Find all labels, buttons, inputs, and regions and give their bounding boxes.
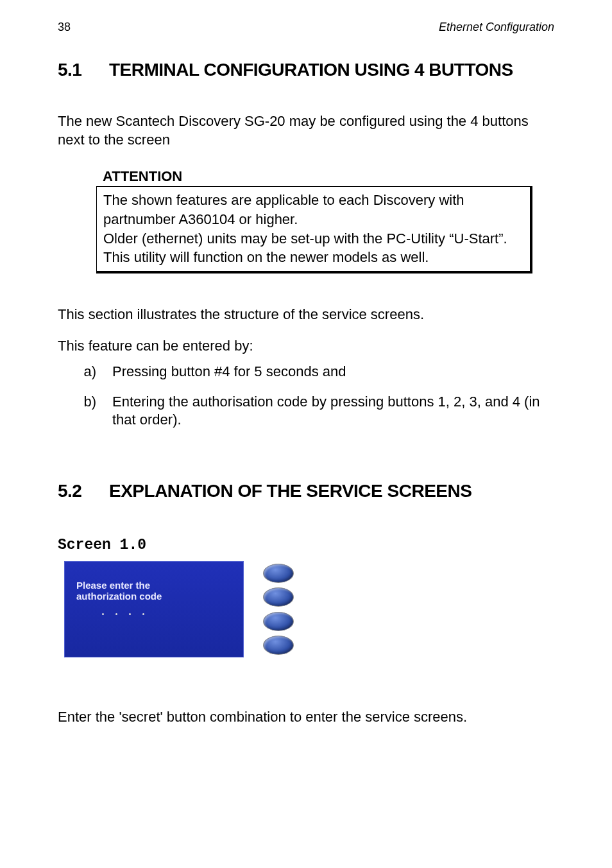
device-figure: Please enter the authorization code [64,561,554,657]
attention-label: ATTENTION [103,168,532,185]
code-entry-dots [102,613,232,615]
section-number: 5.1 [58,60,90,80]
final-paragraph: Enter the 'secret' button combination to… [58,709,554,725]
page-content: 5.1 TERMINAL CONFIGURATION USING 4 BUTTO… [0,60,612,725]
attention-line-1: The shown features are applicable to eac… [103,191,523,229]
attention-block: ATTENTION The shown features are applica… [96,168,532,273]
hardware-button-1 [263,564,294,583]
screen-text-line-2: authorization code [76,591,232,602]
list-marker-a: a) [77,363,96,381]
mid-paragraph-2: This feature can be entered by: [58,337,554,356]
attention-line-2: Older (ethernet) units may be set-up wit… [103,229,523,248]
list-item-a: a) Pressing button #4 for 5 seconds and [77,363,554,381]
steps-list: a) Pressing button #4 for 5 seconds and … [77,363,554,430]
screen-label: Screen 1.0 [58,537,554,553]
list-item-b: b) Entering the authorisation code by pr… [77,393,554,430]
attention-line-3: This utility will function on the newer … [103,248,523,267]
dot-icon [102,613,104,615]
hardware-buttons [263,561,294,657]
hardware-button-3 [263,612,294,631]
section-title-2: EXPLANATION OF THE SERVICE SCREENS [109,481,472,501]
list-marker-b: b) [77,393,96,430]
header-title: Ethernet Configuration [439,21,554,34]
section-title: TERMINAL CONFIGURATION USING 4 BUTTONS [109,60,513,80]
dot-icon [142,613,144,615]
hardware-button-4 [263,636,294,655]
list-text-b: Entering the authorisation code by press… [112,393,554,430]
device-screen: Please enter the authorization code [64,561,244,657]
section-number-2: 5.2 [58,481,90,501]
screen-text-line-1: Please enter the [76,580,232,591]
dot-icon [129,613,131,615]
page-number: 38 [58,21,71,34]
list-text-a: Pressing button #4 for 5 seconds and [112,363,554,381]
section-5-1-heading: 5.1 TERMINAL CONFIGURATION USING 4 BUTTO… [58,60,554,80]
page-header: 38 Ethernet Configuration [0,0,612,34]
hardware-button-2 [263,587,294,607]
dot-icon [115,613,117,615]
section-5-2-heading: 5.2 EXPLANATION OF THE SERVICE SCREENS [58,481,554,501]
intro-paragraph: The new Scantech Discovery SG-20 may be … [58,112,554,149]
mid-paragraph-1: This section illustrates the structure o… [58,306,554,324]
attention-box: The shown features are applicable to eac… [96,186,532,273]
